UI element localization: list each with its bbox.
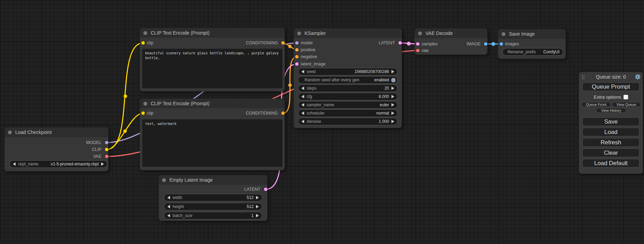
- batch-size-widget[interactable]: batch_size 1: [164, 212, 262, 219]
- positive-input-port[interactable]: [295, 48, 299, 52]
- clip-input-port[interactable]: [141, 41, 145, 45]
- collapse-dot-icon[interactable]: [418, 31, 422, 35]
- increment-arrow-icon[interactable]: [256, 214, 259, 217]
- increment-arrow-icon[interactable]: [256, 196, 259, 199]
- width-widget[interactable]: width 512: [164, 194, 262, 201]
- queue-prompt-button[interactable]: Queue Prompt: [582, 82, 639, 91]
- collapse-dot-icon[interactable]: [8, 130, 12, 134]
- node-load-checkpoint[interactable]: Load Checkpoint MODEL CLIP VAE ckpt_name…: [5, 127, 108, 171]
- view-queue-button[interactable]: View Queue: [612, 102, 641, 107]
- sampler-name-widget[interactable]: sampler_name euler: [298, 101, 398, 109]
- latent-image-input-port[interactable]: [295, 62, 299, 66]
- wire-midpoint-dot: [492, 42, 495, 46]
- view-history-button[interactable]: View History: [596, 108, 626, 113]
- widget-label: seed: [307, 69, 316, 74]
- node-ksampler[interactable]: KSampler model positive negative latent_…: [294, 28, 402, 128]
- denoise-widget[interactable]: denoise 1.000: [298, 118, 398, 125]
- clear-button[interactable]: Clear: [582, 148, 639, 157]
- widget-value: 1: [251, 213, 254, 218]
- clip-input-port[interactable]: [141, 111, 145, 115]
- wire-midpoint-dot: [288, 83, 292, 87]
- height-widget[interactable]: height 512: [164, 203, 262, 210]
- increment-arrow-icon[interactable]: [391, 70, 394, 73]
- collapse-dot-icon[interactable]: [143, 31, 147, 35]
- negative-input-port[interactable]: [295, 55, 299, 58]
- output-label-conditioning: CONDITIONING: [246, 110, 278, 116]
- widget-label: ckpt_name: [18, 162, 38, 166]
- conditioning-output-port[interactable]: [281, 111, 285, 115]
- decrement-arrow-icon[interactable]: [301, 87, 304, 90]
- increment-arrow-icon[interactable]: [391, 120, 394, 123]
- gear-icon[interactable]: [635, 74, 641, 80]
- scheduler-widget[interactable]: scheduler normal: [298, 109, 398, 117]
- clip-output-port[interactable]: [105, 148, 108, 151]
- vae-input-port[interactable]: [416, 49, 420, 52]
- save-button[interactable]: Save: [582, 117, 639, 126]
- wire-midpoint-dot: [123, 129, 127, 133]
- node-empty-latent-image[interactable]: Empty Latent Image LATENT width 512 heig…: [159, 175, 267, 221]
- decrement-arrow-icon[interactable]: [301, 95, 304, 98]
- increment-arrow-icon[interactable]: [101, 162, 104, 166]
- node-title-bar[interactable]: CLIP Text Encode (Prompt): [140, 99, 285, 108]
- steps-widget[interactable]: steps 20: [298, 84, 398, 92]
- increment-arrow-icon[interactable]: [256, 205, 259, 208]
- vae-output-port[interactable]: [105, 155, 108, 158]
- latent-output-port[interactable]: [264, 188, 267, 191]
- random-seed-toggle-widget[interactable]: Random seed after every gen enabled: [298, 76, 398, 84]
- widget-value: 156680208700286: [354, 69, 389, 74]
- prompt-textarea[interactable]: text, watermark: [142, 119, 282, 167]
- collapse-dot-icon[interactable]: [162, 178, 166, 182]
- samples-input-port[interactable]: [416, 42, 420, 46]
- queue-size-label: Queue size: 0: [579, 74, 643, 80]
- node-title-bar[interactable]: Load Checkpoint: [5, 127, 108, 137]
- widget-label: sampler_name: [307, 102, 334, 107]
- node-graph-canvas[interactable]: Load Checkpoint MODEL CLIP VAE ckpt_name…: [0, 0, 644, 244]
- prompt-textarea[interactable]: beautiful scenery nature glass bottle la…: [142, 49, 282, 88]
- increment-arrow-icon[interactable]: [391, 95, 394, 98]
- widget-value: enabled: [374, 78, 389, 82]
- increment-arrow-icon[interactable]: [391, 111, 394, 115]
- decrement-arrow-icon[interactable]: [167, 196, 170, 199]
- decrement-arrow-icon[interactable]: [301, 103, 304, 107]
- extra-options-checkbox[interactable]: [624, 95, 628, 99]
- latent-output-port[interactable]: [398, 41, 402, 45]
- increment-arrow-icon[interactable]: [391, 87, 394, 90]
- queue-front-button[interactable]: Queue Front: [582, 102, 611, 107]
- node-save-image[interactable]: Save Image images filename_prefix ComfyU…: [498, 29, 566, 59]
- conditioning-output-port[interactable]: [281, 41, 285, 45]
- decrement-arrow-icon[interactable]: [301, 120, 304, 123]
- load-button[interactable]: Load: [582, 128, 639, 136]
- collapse-dot-icon[interactable]: [297, 31, 301, 35]
- node-title-bar[interactable]: CLIP Text Encode (Prompt): [140, 28, 285, 38]
- images-input-port[interactable]: [500, 42, 503, 46]
- node-clip-text-encode-negative[interactable]: CLIP Text Encode (Prompt) clip CONDITION…: [140, 99, 285, 170]
- model-input-port[interactable]: [295, 41, 299, 45]
- collapse-dot-icon[interactable]: [502, 32, 505, 36]
- decrement-arrow-icon[interactable]: [167, 214, 170, 217]
- image-output-port[interactable]: [484, 42, 487, 46]
- filename-prefix-widget[interactable]: filename_prefix ComfyUI: [502, 48, 563, 56]
- load-default-button[interactable]: Load Default: [582, 159, 639, 168]
- input-label-model: model: [301, 40, 312, 46]
- toggle-enabled-icon[interactable]: [391, 78, 396, 82]
- decrement-arrow-icon[interactable]: [167, 205, 170, 208]
- decrement-arrow-icon[interactable]: [301, 70, 304, 73]
- seed-widget[interactable]: seed 156680208700286: [298, 68, 398, 75]
- input-label-latent-image: latent_image: [301, 61, 326, 67]
- increment-arrow-icon[interactable]: [391, 103, 394, 107]
- decrement-arrow-icon[interactable]: [301, 111, 304, 115]
- node-title-bar[interactable]: VAE Decode: [415, 28, 487, 38]
- cfg-widget[interactable]: cfg 8.000: [298, 93, 398, 100]
- node-title-bar[interactable]: Empty Latent Image: [159, 175, 267, 185]
- decrement-arrow-icon[interactable]: [13, 162, 16, 166]
- ckpt-name-widget[interactable]: ckpt_name v1-5-pruned-emaonly.ckpt: [9, 160, 107, 168]
- node-title-bar[interactable]: KSampler: [294, 28, 402, 38]
- collapse-dot-icon[interactable]: [143, 102, 147, 106]
- widget-value: 8.000: [379, 94, 389, 99]
- model-output-port[interactable]: [105, 141, 108, 144]
- node-title-bar[interactable]: Save Image: [498, 29, 566, 39]
- node-clip-text-encode-positive[interactable]: CLIP Text Encode (Prompt) clip CONDITION…: [140, 28, 285, 91]
- refresh-button[interactable]: Refresh: [582, 138, 639, 147]
- node-vae-decode[interactable]: VAE Decode samples vae IMAGE: [415, 28, 487, 55]
- node-title: CLIP Text Encode (Prompt): [151, 30, 210, 36]
